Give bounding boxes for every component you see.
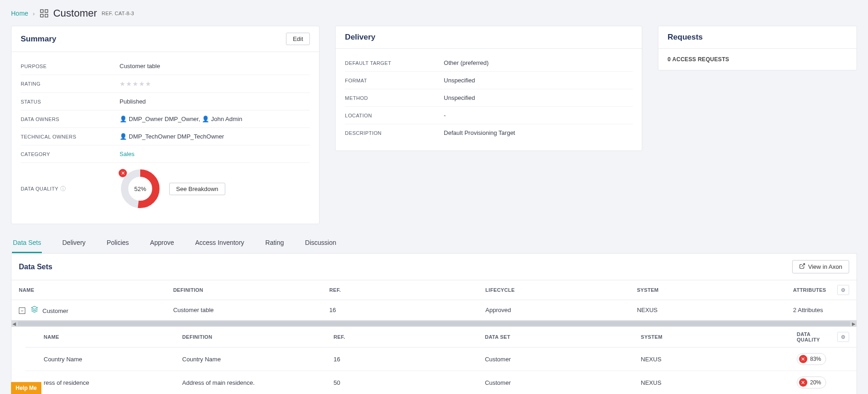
row-system: NEXUS xyxy=(635,371,791,394)
value-technical-owners: 👤DMP_TechOwner DMP_TechOwner xyxy=(120,133,310,140)
label-default-target: DEFAULT TARGET xyxy=(345,60,444,66)
user-icon: 👤 xyxy=(120,133,127,140)
row-name: Country Name xyxy=(25,348,177,371)
label-location: LOCATION xyxy=(345,113,444,118)
tab-rating[interactable]: Rating xyxy=(264,234,285,253)
label-description: DESCRIPTION xyxy=(345,130,444,136)
row-data-quality: ✕20% xyxy=(791,371,832,394)
delivery-card: Delivery DEFAULT TARGETOther (preferred)… xyxy=(335,26,642,151)
tab-data-sets[interactable]: Data Sets xyxy=(12,234,42,253)
col-ref[interactable]: REF. xyxy=(324,280,480,300)
col-name[interactable]: NAME xyxy=(11,280,168,300)
row-definition: Address of main residence. xyxy=(177,371,328,394)
icol-ref[interactable]: REF. xyxy=(328,327,480,348)
tab-access-inventory[interactable]: Access Inventory xyxy=(194,234,245,253)
value-description: Default Provisioning Target xyxy=(444,129,633,136)
svg-line-6 xyxy=(802,264,805,267)
view-in-axon-button[interactable]: View in Axon xyxy=(792,260,849,273)
row-lifecycle: Approved xyxy=(480,300,632,320)
dataset-icon xyxy=(31,307,40,314)
table-settings-button[interactable]: ⚙ xyxy=(837,285,849,295)
user-icon: 👤 xyxy=(120,116,127,122)
row-ref: 50 xyxy=(328,371,480,394)
value-default-target: Other (preferred) xyxy=(444,59,633,66)
requests-count: 0 ACCESS REQUESTS xyxy=(658,49,857,70)
attributes-table: NAME DEFINITION REF. DATA SET SYSTEM DAT… xyxy=(25,327,857,394)
label-data-owners: DATA OWNERS xyxy=(21,116,120,122)
error-badge-icon: ✕ xyxy=(799,355,807,363)
value-data-owners: 👤DMP_Owner DMP_Owner, 👤John Admin xyxy=(120,116,310,122)
edit-button[interactable]: Edit xyxy=(286,33,310,45)
label-data-quality: DATA QUALITYⓘ xyxy=(21,185,120,193)
col-lifecycle[interactable]: LIFECYCLE xyxy=(480,280,632,300)
star-rating-icon[interactable]: ★★★★★ xyxy=(120,80,152,87)
svg-rect-1 xyxy=(45,10,48,12)
svg-marker-7 xyxy=(31,306,37,309)
tab-approve[interactable]: Approve xyxy=(149,234,175,253)
icol-data-quality[interactable]: DATA QUALITY xyxy=(791,327,832,348)
label-purpose: PURPOSE xyxy=(21,64,120,69)
tab-delivery[interactable]: Delivery xyxy=(61,234,86,253)
label-category: CATEGORY xyxy=(21,151,120,157)
value-method: Unspecified xyxy=(444,94,633,101)
label-method: METHOD xyxy=(345,95,444,101)
datasets-table: NAME DEFINITION REF. LIFECYCLE SYSTEM AT… xyxy=(11,280,857,320)
row-data-quality: ✕83% xyxy=(791,348,832,371)
row-name: Customer xyxy=(42,307,68,314)
value-category[interactable]: Sales xyxy=(120,151,310,157)
scroll-left-icon[interactable]: ◀ xyxy=(12,321,16,326)
icol-system[interactable]: SYSTEM xyxy=(635,327,791,348)
label-rating: RATING xyxy=(21,81,120,87)
breadcrumb-separator-icon: › xyxy=(33,10,34,17)
row-attributes: 2 Attributes xyxy=(788,300,832,320)
col-attributes[interactable]: ATTRIBUTES xyxy=(788,280,832,300)
ref-badge: REF. CAT-8-3 xyxy=(102,11,134,16)
svg-rect-0 xyxy=(40,10,43,12)
value-rating[interactable]: ★★★★★ xyxy=(120,80,310,87)
row-definition: Customer table xyxy=(168,300,324,320)
breadcrumb: Home › Customer REF. CAT-8-3 xyxy=(11,7,857,19)
collapse-icon[interactable]: − xyxy=(19,307,25,314)
label-status: STATUS xyxy=(21,99,120,104)
data-quality-donut: 52% ✕ xyxy=(120,168,161,209)
error-badge-icon: ✕ xyxy=(119,169,127,177)
tab-policies[interactable]: Policies xyxy=(106,234,130,253)
value-location: - xyxy=(444,112,633,119)
error-badge-icon: ✕ xyxy=(799,378,807,387)
external-link-icon xyxy=(799,263,805,271)
row-system: NEXUS xyxy=(631,300,788,320)
user-icon: 👤 xyxy=(202,116,209,122)
scroll-right-icon[interactable]: ▶ xyxy=(852,321,856,326)
value-purpose: Customer table xyxy=(120,63,310,70)
data-quality-pill: ✕83% xyxy=(797,353,826,365)
row-ref: 16 xyxy=(328,348,480,371)
tab-discussion[interactable]: Discussion xyxy=(304,234,337,253)
horizontal-scrollbar[interactable]: ◀ ▶ xyxy=(11,320,857,327)
data-quality-percent: 52% xyxy=(134,185,146,192)
see-breakdown-button[interactable]: See Breakdown xyxy=(169,183,225,195)
gear-icon: ⚙ xyxy=(841,287,845,293)
icol-definition[interactable]: DEFINITION xyxy=(177,327,328,348)
page-title: Customer xyxy=(53,7,97,19)
table-row[interactable]: ress of residenceAddress of main residen… xyxy=(25,371,857,394)
row-system: NEXUS xyxy=(635,348,791,371)
col-definition[interactable]: DEFINITION xyxy=(168,280,324,300)
row-ref: 16 xyxy=(324,300,480,320)
svg-rect-3 xyxy=(45,14,48,17)
label-technical-owners: TECHNICAL OWNERS xyxy=(21,134,120,139)
breadcrumb-home[interactable]: Home xyxy=(11,10,28,17)
icol-name[interactable]: NAME xyxy=(25,327,177,348)
table-row[interactable]: Country NameCountry Name16CustomerNEXUS✕… xyxy=(25,348,857,371)
table-row[interactable]: − Customer Customer table 16 Approved NE… xyxy=(11,300,857,320)
col-system[interactable]: SYSTEM xyxy=(631,280,788,300)
delivery-heading: Delivery xyxy=(345,33,375,42)
row-definition: Country Name xyxy=(177,348,328,371)
icol-data-set[interactable]: DATA SET xyxy=(480,327,635,348)
info-icon[interactable]: ⓘ xyxy=(60,185,66,192)
help-me-button[interactable]: Help Me xyxy=(11,382,41,394)
value-status: Published xyxy=(120,98,310,105)
label-format: FORMAT xyxy=(345,78,444,83)
table-settings-button[interactable]: ⚙ xyxy=(837,332,849,342)
row-name: ress of residence xyxy=(25,371,177,394)
requests-card: Requests 0 ACCESS REQUESTS xyxy=(658,26,857,70)
